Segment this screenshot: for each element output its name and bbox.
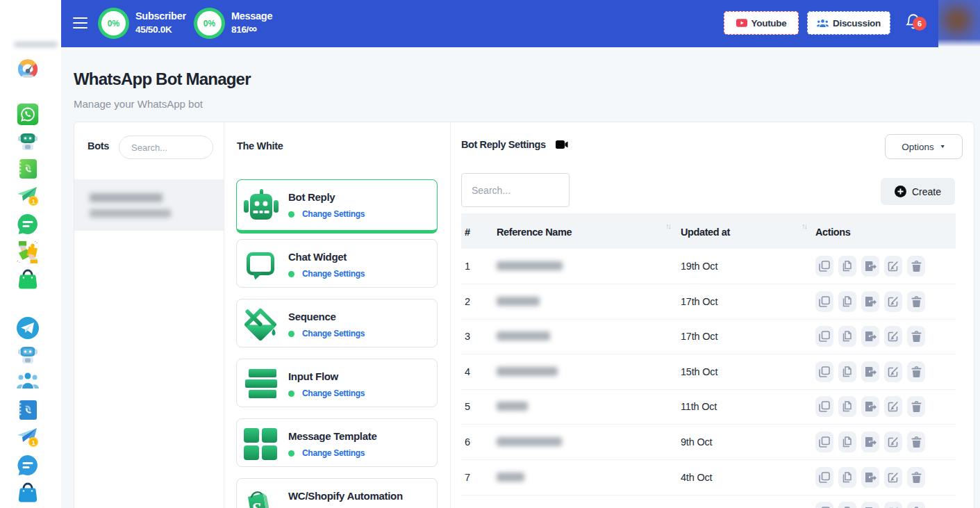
svg-text:1: 1 <box>32 198 35 205</box>
svg-text:S: S <box>251 500 261 508</box>
svg-text:1: 1 <box>32 439 35 446</box>
